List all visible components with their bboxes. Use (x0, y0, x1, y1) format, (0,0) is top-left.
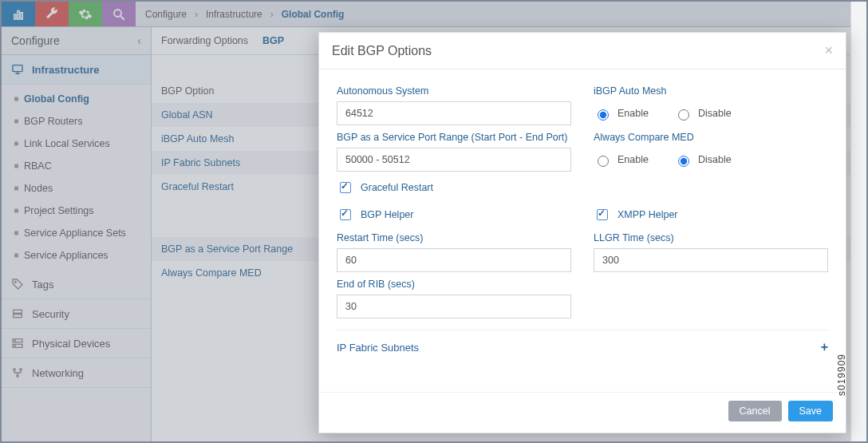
radio-label: Enable (617, 108, 649, 119)
radio-label: Disable (698, 154, 732, 165)
radio-label: Enable (617, 154, 649, 165)
checkbox-label: XMPP Helper (617, 209, 678, 220)
add-subnet-icon[interactable]: + (821, 340, 828, 354)
field-label: BGP as a Service Port Range (Start Port … (337, 132, 571, 143)
radio-label: Disable (698, 108, 732, 119)
modal-edit-bgp-options: Edit BGP Options × Autonomous System iBG… (318, 32, 846, 433)
llgr-time-input[interactable] (594, 248, 828, 272)
autonomous-system-input[interactable] (337, 101, 571, 125)
section-label: IP Fabric Subnets (337, 342, 419, 354)
restart-time-input[interactable] (337, 248, 571, 272)
checkbox-label: BGP Helper (361, 209, 413, 220)
med-disable-radio[interactable]: Disable (674, 153, 732, 167)
modal-footer: Cancel Save (319, 392, 846, 433)
modal-body: Autonomous System iBGP Auto Mesh Enable … (319, 69, 846, 392)
cancel-button[interactable]: Cancel (728, 401, 782, 421)
modal-header: Edit BGP Options × (319, 33, 846, 69)
checkbox-label: Graceful Restart (361, 182, 433, 193)
bgp-helper-checkbox[interactable]: BGP Helper (337, 207, 413, 223)
ibgp-enable-radio[interactable]: Enable (594, 107, 649, 121)
field-label: Always Compare MED (594, 132, 828, 143)
ip-fabric-subnets-section: IP Fabric Subnets + (337, 330, 828, 361)
field-label: iBGP Auto Mesh (594, 85, 828, 97)
close-icon[interactable]: × (824, 42, 833, 59)
end-rib-input[interactable] (337, 295, 571, 318)
modal-title: Edit BGP Options (332, 44, 432, 58)
save-button[interactable]: Save (788, 401, 834, 421)
med-enable-radio[interactable]: Enable (594, 153, 649, 167)
graceful-restart-checkbox[interactable]: Graceful Restart (337, 180, 433, 196)
ibgp-disable-radio[interactable]: Disable (674, 107, 732, 121)
xmpp-helper-checkbox[interactable]: XMPP Helper (594, 207, 678, 223)
field-label: Autonomous System (337, 85, 571, 97)
port-range-input[interactable] (337, 148, 571, 172)
field-label: Restart Time (secs) (337, 232, 571, 243)
field-label: LLGR Time (secs) (594, 232, 828, 243)
image-id-tag: s019909 (836, 354, 847, 396)
right-gutter (850, 2, 866, 441)
field-label: End of RIB (secs) (337, 279, 571, 290)
